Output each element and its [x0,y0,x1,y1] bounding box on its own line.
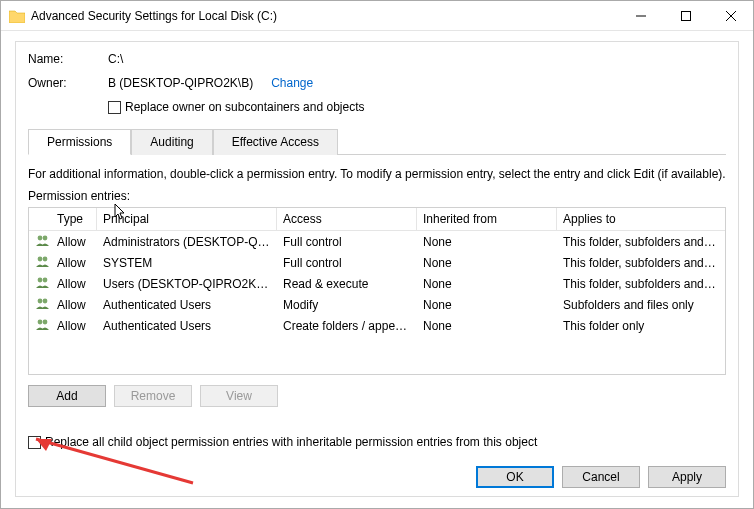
svg-point-9 [43,278,48,283]
header-inherited[interactable]: Inherited from [417,208,557,230]
titlebar: Advanced Security Settings for Local Dis… [1,1,753,31]
hint-text: For additional information, double-click… [28,167,726,181]
group-icon [35,277,51,291]
apply-button[interactable]: Apply [648,466,726,488]
cell-applies: This folder, subfolders and files [557,274,725,294]
cell-principal: SYSTEM [97,253,277,273]
close-button[interactable] [708,1,753,30]
replace-owner-label: Replace owner on subcontainers and objec… [125,100,364,114]
svg-point-5 [43,236,48,241]
table-row[interactable]: AllowSYSTEMFull controlNoneThis folder, … [29,252,725,273]
owner-label: Owner: [28,76,108,90]
folder-icon [9,9,25,23]
cell-access: Read & execute [277,274,417,294]
replace-owner-checkbox[interactable] [108,101,121,114]
cell-type: Allow [51,316,97,336]
remove-button: Remove [114,385,192,407]
cell-principal: Administrators (DESKTOP-QIP... [97,232,277,252]
cell-type: Allow [51,253,97,273]
group-icon [35,235,51,249]
cell-inherited: None [417,274,557,294]
permission-entries-table[interactable]: Type Principal Access Inherited from App… [28,207,726,375]
tab-auditing[interactable]: Auditing [131,129,212,155]
cell-access: Create folders / appen... [277,316,417,336]
svg-point-11 [43,299,48,304]
group-icon [35,256,51,270]
tab-strip: Permissions Auditing Effective Access [28,128,726,155]
cell-principal: Authenticated Users [97,295,277,315]
table-row[interactable]: AllowAuthenticated UsersCreate folders /… [29,315,725,336]
cell-applies: This folder, subfolders and files [557,232,725,252]
cell-access: Full control [277,253,417,273]
window-controls [618,1,753,30]
tab-effective-access[interactable]: Effective Access [213,129,338,155]
name-label: Name: [28,52,108,66]
cell-inherited: None [417,316,557,336]
cell-applies: Subfolders and files only [557,295,725,315]
cell-applies: This folder only [557,316,725,336]
header-applies[interactable]: Applies to [557,208,725,230]
svg-point-8 [38,278,43,283]
cell-type: Allow [51,295,97,315]
cell-inherited: None [417,232,557,252]
owner-value: B (DESKTOP-QIPRO2K\B) [108,76,253,90]
cell-access: Full control [277,232,417,252]
header-access[interactable]: Access [277,208,417,230]
svg-rect-1 [681,11,690,20]
content-panel: Name: C:\ Owner: B (DESKTOP-QIPRO2K\B) C… [15,41,739,497]
svg-point-6 [38,257,43,262]
maximize-button[interactable] [663,1,708,30]
cell-principal: Users (DESKTOP-QIPRO2K\Us... [97,274,277,294]
group-icon [35,319,51,333]
header-type[interactable]: Type [51,208,97,230]
table-row[interactable]: AllowAdministrators (DESKTOP-QIP...Full … [29,231,725,252]
view-button: View [200,385,278,407]
name-value: C:\ [108,52,123,66]
cell-inherited: None [417,295,557,315]
svg-point-12 [38,320,43,325]
cell-type: Allow [51,274,97,294]
group-icon [35,298,51,312]
table-row[interactable]: AllowUsers (DESKTOP-QIPRO2K\Us...Read & … [29,273,725,294]
replace-all-checkbox[interactable] [28,436,41,449]
cell-access: Modify [277,295,417,315]
cell-principal: Authenticated Users [97,316,277,336]
replace-all-label: Replace all child object permission entr… [45,435,537,449]
svg-point-10 [38,299,43,304]
cell-applies: This folder, subfolders and files [557,253,725,273]
cell-type: Allow [51,232,97,252]
add-button[interactable]: Add [28,385,106,407]
ok-button[interactable]: OK [476,466,554,488]
tab-permissions[interactable]: Permissions [28,129,131,155]
table-row[interactable]: AllowAuthenticated UsersModifyNoneSubfol… [29,294,725,315]
svg-point-7 [43,257,48,262]
cell-inherited: None [417,253,557,273]
change-owner-link[interactable]: Change [271,76,313,90]
minimize-button[interactable] [618,1,663,30]
svg-point-4 [38,236,43,241]
svg-point-13 [43,320,48,325]
table-header: Type Principal Access Inherited from App… [29,208,725,231]
window-title: Advanced Security Settings for Local Dis… [31,9,618,23]
entries-label: Permission entries: [28,189,726,203]
cancel-button[interactable]: Cancel [562,466,640,488]
advanced-security-window: Advanced Security Settings for Local Dis… [0,0,754,509]
header-principal[interactable]: Principal [97,208,277,230]
